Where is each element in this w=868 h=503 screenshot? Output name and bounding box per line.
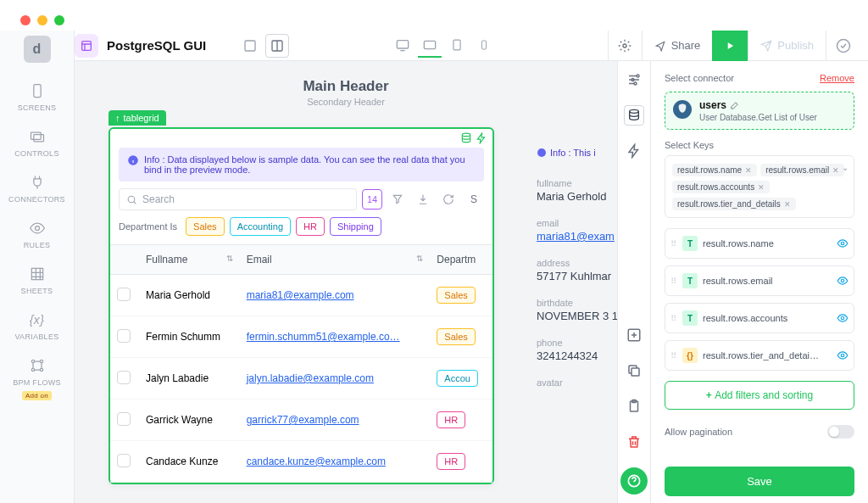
layout-single-icon[interactable] [238, 34, 262, 58]
row-count[interactable]: 14 [362, 189, 382, 210]
visibility-icon[interactable] [837, 312, 849, 324]
remove-link[interactable]: Remove [820, 73, 854, 83]
col-department[interactable]: Departm [430, 245, 492, 275]
key-row[interactable]: ⠿ {} result.rows.tier_and_detai… [665, 340, 854, 371]
row-checkbox[interactable] [117, 454, 131, 467]
rail-controls[interactable]: CONTROLS [0, 119, 75, 165]
visibility-icon[interactable] [837, 238, 849, 249]
save-button[interactable]: Save [665, 467, 854, 496]
maximize-dot[interactable] [54, 15, 64, 25]
paste-icon[interactable] [624, 396, 644, 416]
row-checkbox[interactable] [117, 329, 131, 343]
connector-box[interactable]: users User Database.Get List of User [665, 92, 854, 130]
sliders-icon[interactable] [624, 70, 644, 90]
download-icon[interactable] [413, 188, 433, 210]
keys-select[interactable]: ⌄ result.rows.name ✕result.rows.email ✕r… [665, 155, 854, 218]
add-icon[interactable] [624, 325, 644, 345]
row-checkbox[interactable] [117, 412, 131, 426]
drag-handle-icon[interactable]: ⠿ [670, 277, 677, 286]
key-chip[interactable]: result.rows.email ✕ [760, 164, 844, 176]
trash-icon[interactable] [624, 432, 644, 452]
help-button[interactable] [620, 467, 648, 495]
table-row[interactable]: Fermin Schumm fermin.schumm51@example.co… [110, 316, 492, 358]
database-icon[interactable] [624, 105, 644, 126]
table-row[interactable]: Jalyn Labadie jalyn.labadie@example.com … [110, 358, 492, 400]
desktop-icon[interactable] [391, 34, 415, 58]
rail-rules[interactable]: RULES [0, 210, 75, 256]
key-row[interactable]: ⠿ T result.rows.name [665, 228, 854, 259]
key-chip[interactable]: result.rows.tier_and_details ✕ [672, 198, 796, 210]
key-chip[interactable]: result.rows.accounts ✕ [672, 181, 770, 193]
tablet-portrait-icon[interactable] [445, 34, 469, 58]
filter-icon[interactable] [387, 188, 408, 210]
svg-point-7 [623, 44, 626, 48]
edit-icon[interactable] [730, 101, 739, 110]
device-switcher [391, 34, 496, 58]
layout-split-icon[interactable] [265, 34, 289, 58]
email-link[interactable]: maria81@example.com [247, 289, 354, 301]
chip-sales[interactable]: Sales [186, 217, 225, 236]
svg-point-33 [841, 279, 844, 282]
email-link[interactable]: garrick77@example.com [247, 414, 359, 426]
rail-connectors[interactable]: CONNECTORS [0, 165, 75, 210]
drag-handle-icon[interactable]: ⠿ [670, 351, 677, 360]
window-controls [20, 15, 64, 25]
key-row[interactable]: ⠿ T result.rows.accounts [665, 303, 854, 333]
key-row[interactable]: ⠿ T result.rows.email [665, 265, 854, 296]
s-column[interactable]: S [464, 188, 484, 210]
chip-accounting[interactable]: Accounting [230, 217, 291, 236]
mobile-icon[interactable] [472, 34, 496, 58]
tablegrid-card[interactable]: ↑ tablegrid Info : Data displayed below … [108, 127, 494, 484]
detail-address: 57177 Kuhlmar [537, 270, 617, 282]
tablet-landscape-icon[interactable] [418, 34, 442, 58]
rail-bpm-flows[interactable]: BPM FLOWS Add on [0, 348, 75, 402]
col-fullname[interactable]: Fullname⇅ [139, 245, 240, 275]
table-row[interactable]: Maria Gerhold maria81@example.com Sales [110, 275, 492, 316]
chip-hr[interactable]: HR [296, 217, 325, 236]
pagination-row: Allow pagination [665, 425, 854, 439]
copy-icon[interactable] [624, 360, 644, 381]
row-checkbox[interactable] [117, 288, 131, 301]
detail-email[interactable]: maria81@exam [537, 230, 617, 243]
drag-handle-icon[interactable]: ⠿ [670, 314, 677, 323]
email-link[interactable]: fermin.schumm51@example.co… [247, 331, 400, 343]
remove-chip-icon[interactable]: ✕ [758, 183, 765, 192]
rail-variables[interactable]: {x} VARIABLES [0, 302, 75, 348]
table-row[interactable]: Garrick Wayne garrick77@example.com HR [110, 400, 492, 441]
minimize-dot[interactable] [37, 15, 47, 25]
select-connector-label: Select connector [665, 73, 734, 83]
database-icon[interactable] [460, 132, 472, 144]
key-chip[interactable]: result.rows.name ✕ [672, 164, 757, 176]
visibility-icon[interactable] [837, 349, 849, 361]
email-link[interactable]: jalyn.labadie@example.com [247, 372, 374, 384]
cell-dept: HR [430, 400, 492, 441]
svg-rect-9 [33, 85, 40, 98]
check-button[interactable] [826, 31, 860, 61]
detail-phone: 3241244324 [537, 349, 617, 362]
visibility-icon[interactable] [837, 275, 849, 287]
preview-button[interactable] [712, 31, 748, 61]
email-link[interactable]: candace.kunze@example.com [247, 455, 386, 467]
search-input[interactable]: Search [119, 188, 357, 210]
remove-chip-icon[interactable]: ✕ [832, 166, 839, 175]
table-row[interactable]: Candace Kunze candace.kunze@example.com … [110, 441, 492, 483]
settings-button[interactable] [608, 31, 642, 61]
publish-button[interactable]: Publish [748, 31, 826, 61]
share-button[interactable]: Share [642, 31, 713, 61]
refresh-icon[interactable] [438, 188, 459, 210]
lightning-icon[interactable] [624, 141, 644, 161]
rail-screens[interactable]: SCREENS [0, 73, 75, 119]
add-filters-button[interactable]: + Add filters and sorting [665, 381, 854, 410]
cell-fullname: Candace Kunze [139, 441, 240, 483]
chip-shipping[interactable]: Shipping [330, 217, 381, 236]
col-email[interactable]: Email⇅ [240, 245, 431, 275]
drag-handle-icon[interactable]: ⠿ [670, 239, 677, 249]
logo-icon[interactable]: d [24, 36, 51, 63]
lightning-icon[interactable] [476, 132, 487, 144]
remove-chip-icon[interactable]: ✕ [745, 166, 752, 175]
rail-sheets[interactable]: SHEETS [0, 256, 75, 302]
close-dot[interactable] [20, 15, 31, 25]
remove-chip-icon[interactable]: ✕ [784, 200, 791, 209]
pagination-toggle[interactable] [827, 425, 854, 439]
row-checkbox[interactable] [117, 371, 131, 384]
